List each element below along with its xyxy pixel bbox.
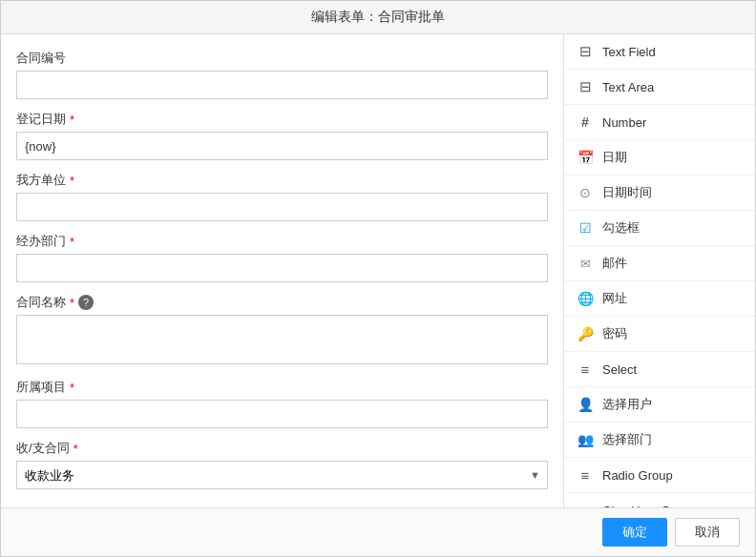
dialog: 编辑表单：合同审批单 合同编号登记日期 *我方单位 *经办部门 *合同名称 * … (0, 0, 756, 557)
sidebar-item-number[interactable]: #Number (564, 105, 755, 140)
checkbox_group-icon: ≡ (576, 501, 595, 507)
cancel-button[interactable]: 取消 (675, 518, 740, 547)
help-icon[interactable]: ? (78, 295, 94, 310)
sidebar-item-password[interactable]: 🔑密码 (564, 317, 755, 352)
checkbox-icon: ☑ (576, 218, 595, 237)
sidebar-item-email[interactable]: ✉邮件 (564, 246, 755, 281)
url-icon: 🌐 (576, 289, 595, 308)
sidebar-item-label-datetime: 日期时间 (602, 184, 652, 201)
sidebar-item-select_user[interactable]: 👤选择用户 (564, 387, 755, 423)
sidebar-item-label-text_area: Text Area (602, 80, 654, 94)
sidebar-item-label-checkbox: 勾选框 (602, 219, 640, 237)
input-register_date[interactable] (16, 132, 548, 160)
select-contract_type[interactable]: 收款业务付款业务 (16, 461, 548, 489)
sidebar-item-label-select_user: 选择用户 (602, 396, 652, 413)
sidebar-item-checkbox[interactable]: ☑勾选框 (564, 211, 755, 246)
form-group-contract_name: 合同名称 * ? (16, 294, 548, 367)
input-department[interactable] (16, 254, 548, 282)
label-contract_name: 合同名称 * ? (16, 294, 548, 311)
form-group-project: 所属项目 * (16, 379, 548, 428)
form-group-our_unit: 我方单位 * (16, 172, 548, 221)
sidebar-item-date[interactable]: 📅日期 (564, 140, 755, 175)
required-mark: * (70, 174, 74, 188)
form-area: 合同编号登记日期 *我方单位 *经办部门 *合同名称 * ?所属项目 *收/支合… (1, 34, 564, 507)
form-group-contract_no: 合同编号 (16, 50, 548, 99)
sidebar-item-label-date: 日期 (602, 149, 627, 166)
sidebar-item-label-url: 网址 (602, 290, 627, 307)
textarea-contract_name[interactable] (16, 315, 548, 364)
sidebar-item-label-select_dept: 选择部门 (602, 431, 652, 448)
sidebar-item-label-radio_group: Radio Group (602, 468, 673, 483)
sidebar-item-label-password: 密码 (602, 325, 627, 342)
form-group-contract_type: 收/支合同 *收款业务付款业务▼ (16, 440, 548, 489)
form-group-register_date: 登记日期 * (16, 111, 548, 160)
sidebar-item-checkbox_group[interactable]: ≡Checkbox Group (564, 493, 755, 507)
sidebar-item-label-email: 邮件 (602, 255, 627, 272)
email-icon: ✉ (576, 254, 595, 273)
dialog-footer: 确定 取消 (1, 507, 755, 556)
password-icon: 🔑 (576, 324, 595, 343)
sidebar-item-label-text_field: Text Field (602, 45, 656, 59)
select_user-icon: 👤 (576, 395, 595, 414)
select-icon: ≡ (576, 360, 595, 379)
sidebar: ⊟Text Field⊟Text Area#Number📅日期⊙日期时间☑勾选框… (564, 34, 755, 507)
sidebar-item-text_area[interactable]: ⊟Text Area (564, 70, 755, 105)
confirm-button[interactable]: 确定 (602, 518, 667, 547)
form-group-department: 经办部门 * (16, 233, 548, 282)
date-icon: 📅 (576, 148, 595, 167)
label-our_unit: 我方单位 * (16, 172, 548, 189)
dialog-title: 编辑表单：合同审批单 (1, 1, 755, 34)
label-contract_type: 收/支合同 * (16, 440, 548, 457)
dialog-body: 合同编号登记日期 *我方单位 *经办部门 *合同名称 * ?所属项目 *收/支合… (1, 34, 755, 507)
sidebar-item-datetime[interactable]: ⊙日期时间 (564, 175, 755, 211)
text_field-icon: ⊟ (576, 42, 595, 61)
label-register_date: 登记日期 * (16, 111, 548, 128)
required-mark: * (70, 296, 74, 310)
select-wrapper-contract_type: 收款业务付款业务▼ (16, 461, 548, 489)
input-project[interactable] (16, 400, 548, 428)
radio_group-icon: ≡ (576, 465, 595, 485)
select_dept-icon: 👥 (576, 430, 595, 449)
required-mark: * (70, 235, 74, 249)
sidebar-item-label-select: Select (602, 362, 637, 377)
text_area-icon: ⊟ (576, 77, 595, 96)
sidebar-item-radio_group[interactable]: ≡Radio Group (564, 458, 755, 493)
required-mark: * (70, 381, 74, 395)
sidebar-item-select_dept[interactable]: 👥选择部门 (564, 423, 755, 458)
number-icon: # (576, 113, 595, 132)
input-our_unit[interactable] (16, 193, 548, 221)
required-mark: * (70, 113, 74, 127)
input-contract_no[interactable] (16, 71, 548, 99)
sidebar-item-select[interactable]: ≡Select (564, 352, 755, 387)
label-contract_no: 合同编号 (16, 50, 548, 67)
required-mark: * (74, 442, 78, 456)
datetime-icon: ⊙ (576, 183, 595, 202)
label-department: 经办部门 * (16, 233, 548, 250)
sidebar-item-label-number: Number (602, 115, 646, 130)
label-project: 所属项目 * (16, 379, 548, 396)
sidebar-item-url[interactable]: 🌐网址 (564, 281, 755, 317)
sidebar-item-text_field[interactable]: ⊟Text Field (564, 34, 755, 70)
